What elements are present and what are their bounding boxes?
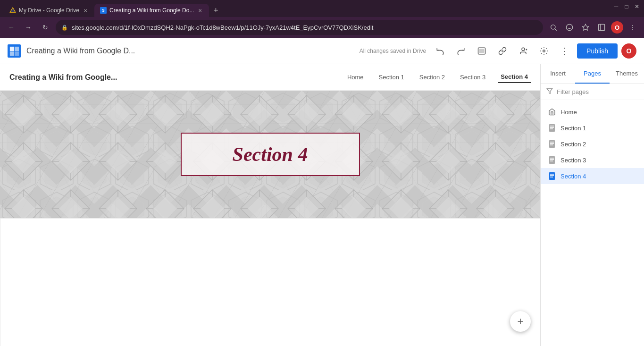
svg-rect-12 <box>10 46 14 51</box>
title-bar: My Drive - Google Drive ✕ S Creating a W… <box>0 0 644 17</box>
tab-sites-close[interactable]: ✕ <box>197 7 203 14</box>
section2-page-icon <box>548 140 556 148</box>
back-button[interactable]: ← <box>5 21 18 34</box>
svg-rect-33 <box>549 124 555 132</box>
hero-title: Section 4 <box>233 143 308 165</box>
page-label-section4: Section 4 <box>560 173 586 180</box>
minimize-button[interactable]: ─ <box>613 3 619 10</box>
nav-link-section3[interactable]: Section 3 <box>457 72 488 83</box>
svg-marker-9 <box>582 24 588 30</box>
tab-drive-close[interactable]: ✕ <box>82 7 89 14</box>
fab-icon: + <box>518 315 524 328</box>
tab-pages[interactable]: Pages <box>575 64 610 84</box>
page-label-home: Home <box>560 109 577 116</box>
tab-sites[interactable]: S Creating a Wiki from Google Do... ✕ <box>94 4 209 17</box>
right-panel: Insert Pages Themes Filter pages <box>540 64 644 346</box>
svg-rect-41 <box>549 156 555 164</box>
panel-tabs: Insert Pages Themes <box>541 64 644 84</box>
link-button[interactable] <box>494 42 511 59</box>
svg-rect-45 <box>549 172 555 180</box>
tab-drive[interactable]: My Drive - Google Drive ✕ <box>4 4 94 17</box>
site-nav-title: Creating a Wiki from Google... <box>9 73 344 82</box>
section3-page-icon <box>548 156 556 164</box>
nav-link-home[interactable]: Home <box>344 72 367 83</box>
svg-rect-15 <box>15 51 19 55</box>
svg-text:S: S <box>102 8 105 13</box>
app-bar: Creating a Wiki from Google D... All cha… <box>0 38 644 64</box>
app-bar-actions: ⋮ Publish O <box>432 42 636 59</box>
page-label-section3: Section 3 <box>560 157 586 164</box>
section1-page-icon <box>548 124 556 132</box>
close-button[interactable]: ✕ <box>634 3 640 10</box>
filter-pages-label: Filter pages <box>557 88 589 95</box>
star-icon[interactable] <box>579 21 592 34</box>
sites-app-logo <box>8 44 21 58</box>
sites-favicon: S <box>100 7 107 14</box>
svg-point-18 <box>522 48 525 51</box>
new-tab-button[interactable]: + <box>209 4 222 17</box>
filter-pages-bar: Filter pages <box>541 84 644 100</box>
page-item-section1[interactable]: Section 1 <box>541 120 644 136</box>
url-bar[interactable]: 🔒 sites.google.com/d/1f-lOxDmzdSQH2-NaPg… <box>56 20 543 35</box>
svg-point-6 <box>566 24 572 30</box>
svg-rect-10 <box>598 24 604 30</box>
svg-rect-37 <box>549 140 555 148</box>
svg-point-21 <box>543 50 545 52</box>
tab-drive-label: My Drive - Google Drive <box>19 7 79 14</box>
sidebar-icon[interactable] <box>595 21 608 34</box>
svg-line-5 <box>555 29 557 31</box>
settings-button[interactable] <box>535 42 552 59</box>
page-item-section4[interactable]: Section 4 <box>541 168 644 184</box>
publish-button[interactable]: Publish <box>577 43 618 59</box>
svg-marker-0 <box>10 8 16 12</box>
svg-marker-32 <box>547 89 552 94</box>
redo-button[interactable] <box>452 42 469 59</box>
section4-page-icon <box>548 172 556 180</box>
add-person-button[interactable] <box>515 42 532 59</box>
svg-rect-17 <box>480 49 484 53</box>
profile-circle-app[interactable]: O <box>621 43 636 59</box>
hero-section: Section 4 <box>0 91 540 218</box>
tab-insert[interactable]: Insert <box>541 64 575 84</box>
home-page-icon <box>548 108 556 116</box>
address-bar: ← → ↻ 🔒 sites.google.com/d/1f-lOxDmzdSQH… <box>0 17 644 38</box>
tab-themes[interactable]: Themes <box>610 64 644 84</box>
search-browser-icon[interactable] <box>547 21 560 34</box>
drive-favicon <box>9 7 16 14</box>
filter-icon <box>546 88 553 96</box>
page-label-section2: Section 2 <box>560 141 586 148</box>
site-nav: Creating a Wiki from Google... Home Sect… <box>0 64 540 91</box>
svg-rect-13 <box>15 46 19 51</box>
site-preview: Creating a Wiki from Google... Home Sect… <box>0 64 540 346</box>
preview-button[interactable] <box>473 42 490 59</box>
page-item-section3[interactable]: Section 3 <box>541 152 644 168</box>
browser-toolbar-icons: O ⋮ <box>547 21 639 34</box>
more-icon-browser[interactable]: ⋮ <box>626 21 639 34</box>
nav-link-section4[interactable]: Section 4 <box>498 71 531 83</box>
svg-rect-14 <box>10 51 14 55</box>
profile-circle-browser[interactable]: O <box>611 21 623 34</box>
page-label-section1: Section 1 <box>560 125 586 132</box>
lock-icon: 🔒 <box>61 25 68 31</box>
editor-wrapper: Creating a Wiki from Google... Home Sect… <box>0 64 540 346</box>
autosave-status: All changes saved in Drive <box>360 48 426 54</box>
editor-area: Creating a Wiki from Google... Home Sect… <box>0 64 540 346</box>
panel-content: Filter pages Home S <box>541 84 644 346</box>
hero-text-box[interactable]: Section 4 <box>181 133 360 176</box>
nav-link-section2[interactable]: Section 2 <box>417 72 448 83</box>
content-area[interactable] <box>0 218 540 346</box>
tab-sites-label: Creating a Wiki from Google Do... <box>109 7 194 14</box>
refresh-button[interactable]: ↻ <box>39 21 52 34</box>
undo-button[interactable] <box>432 42 449 59</box>
add-content-fab[interactable]: + <box>510 311 531 332</box>
forward-button[interactable]: → <box>22 21 35 34</box>
page-item-home[interactable]: Home <box>541 104 644 120</box>
maximize-button[interactable]: □ <box>623 3 630 10</box>
profile-icon-browser[interactable] <box>563 21 576 34</box>
main-content: Creating a Wiki from Google... Home Sect… <box>0 64 644 346</box>
nav-links: Home Section 1 Section 2 Section 3 Secti… <box>344 71 531 83</box>
window-controls: ─ □ ✕ <box>613 3 640 10</box>
more-button[interactable]: ⋮ <box>556 42 573 59</box>
nav-link-section1[interactable]: Section 1 <box>376 72 407 83</box>
page-item-section2[interactable]: Section 2 <box>541 136 644 152</box>
